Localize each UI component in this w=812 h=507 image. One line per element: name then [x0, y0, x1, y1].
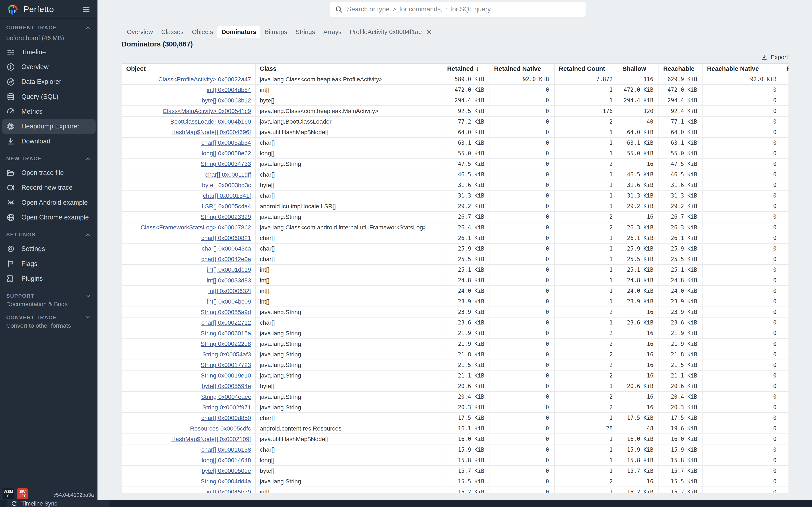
section-header-settings[interactable]: SETTINGS — [0, 231, 98, 238]
omnibox[interactable] — [330, 2, 586, 17]
object-link[interactable]: long[] 0x00014648 — [202, 457, 251, 464]
section-label: SETTINGS — [6, 232, 36, 238]
object-link[interactable]: Class<ProfileActivity> 0x00022a47 — [158, 76, 251, 83]
object-link[interactable]: String 0x000222d8 — [201, 340, 251, 347]
status-badge-wsm-0: WSM0 — [3, 489, 14, 499]
cell-object: int[] 0x0001dc19 — [122, 265, 256, 275]
export-button[interactable]: Export — [761, 54, 788, 61]
column-header-reachable[interactable]: Reachable — [659, 64, 703, 74]
object-link[interactable]: Class<MainActivity> 0x000541c9 — [163, 108, 251, 114]
sidebar-item-timeline[interactable]: Timeline — [0, 45, 98, 60]
object-link[interactable]: byte[] 0x0003bd3c — [202, 182, 251, 189]
cell-reachable-native: 0 — [703, 413, 782, 423]
sidebar-item-open-android-example[interactable]: Open Android example — [0, 195, 98, 210]
object-link[interactable]: byte[] 0x00063b12 — [202, 97, 251, 104]
cell-object: String 0x00017723 — [122, 360, 256, 370]
object-link[interactable]: int[] 0x0004db84 — [207, 87, 251, 93]
object-link[interactable]: HashMap$Node[] 0x0002109f — [171, 436, 251, 443]
sidebar-item-record-new-trace[interactable]: Record new trace — [0, 180, 98, 195]
object-link[interactable]: String 0x00055a9d — [201, 308, 251, 316]
object-link[interactable]: int[] 0x0000632f — [208, 287, 251, 294]
object-link[interactable]: String 0x00034733 — [201, 160, 251, 167]
column-header-class[interactable]: Class — [256, 64, 443, 74]
cell-shallow: 15.9 KiB — [618, 445, 659, 455]
object-link[interactable]: String 0x00054af3 — [202, 351, 251, 358]
object-link[interactable]: String 0x0002f971 — [202, 404, 251, 411]
column-header-re[interactable]: Re — [782, 64, 789, 74]
object-link[interactable]: String 0x00017723 — [201, 361, 251, 369]
sidebar-item-flags[interactable]: Flags — [0, 257, 98, 271]
tab-strings[interactable]: Strings — [291, 26, 319, 38]
cell-class: char[] — [256, 233, 443, 243]
object-link[interactable]: char[] 0x00060821 — [201, 234, 251, 241]
tab-arrays[interactable]: Arrays — [319, 26, 346, 38]
sidebar-link-documentation-bugs[interactable]: Documentation & Bugs — [0, 299, 98, 307]
cell-shallow: 46.5 KiB — [618, 169, 659, 180]
sidebar-item-overview[interactable]: Overview — [0, 60, 98, 74]
tab-objects[interactable]: Objects — [188, 26, 217, 38]
tab-classes[interactable]: Classes — [157, 26, 188, 38]
sidebar-item-open-chrome-example[interactable]: Open Chrome example — [0, 210, 98, 225]
cell-reachable: 23.9 KiB — [659, 296, 703, 306]
object-link[interactable]: String 0x00019e10 — [201, 372, 251, 379]
object-link[interactable]: int[] 0x0004bc09 — [207, 298, 251, 305]
column-header-retained-count[interactable]: Retained Count — [555, 64, 618, 74]
object-link[interactable]: long[] 0x00058e62 — [202, 150, 251, 157]
object-link[interactable]: byte[] 0x000050de — [202, 467, 251, 474]
object-link[interactable]: String 0x0004dd4a — [201, 478, 251, 485]
sidebar-item-metrics[interactable]: Metrics — [0, 104, 98, 119]
object-link[interactable]: String 0x0006015a — [201, 330, 251, 337]
cell-retained: 23.9 KiB — [443, 296, 490, 306]
object-link[interactable]: char[] 0x00042e0a — [201, 256, 251, 263]
tab-profileactivity-0x0004f1ae[interactable]: ProfileActivity 0x0004f1ae — [346, 26, 436, 38]
object-link[interactable]: HashMap$Node[] 0x0004696f — [171, 129, 251, 135]
column-header-object[interactable]: Object — [122, 64, 256, 74]
sidebar-item-plugins[interactable]: Plugins — [0, 271, 98, 286]
object-link[interactable]: char[] 0x00016138 — [201, 446, 251, 453]
sidebar-item-data-explorer[interactable]: Data Explorer — [0, 74, 98, 89]
column-header-retained-native[interactable]: Retained Native — [490, 64, 555, 74]
cell-reachable: 64.0 KiB — [659, 127, 703, 137]
cell-class: byte[] — [256, 95, 443, 105]
section-header-new-trace[interactable]: NEW TRACE — [0, 155, 98, 162]
timeline-sync-button[interactable]: Timeline Sync — [7, 500, 110, 507]
object-link[interactable]: int[] 0x0001dc19 — [207, 266, 251, 273]
object-link[interactable]: LSR[] 0x0005c4a4 — [202, 203, 251, 210]
object-link[interactable]: char[] 0x00011dff — [205, 171, 251, 178]
menu-icon[interactable] — [81, 4, 91, 14]
object-link[interactable]: String 0x0004eaec — [201, 393, 251, 400]
cell-reachable: 15.8 KiB — [659, 455, 703, 465]
section-header-current-trace[interactable]: CURRENT TRACE — [0, 24, 98, 32]
object-link[interactable]: Class<FrameworkStatsLog> 0x00067862 — [141, 224, 251, 231]
tab-bitmaps[interactable]: Bitmaps — [260, 26, 291, 38]
sidebar-item-query-sql[interactable]: Query (SQL) — [0, 89, 98, 104]
cell-reachable-native: 0 — [703, 360, 782, 370]
column-header-shallow[interactable]: Shallow — [618, 64, 659, 74]
sidebar-item-heapdump-explorer[interactable]: Heapdump Explorer — [2, 119, 96, 134]
object-link[interactable]: char[] 0x0005ab34 — [201, 139, 251, 146]
sidebar-link-convert-to-other-formats[interactable]: Convert to other formats — [0, 321, 98, 329]
sidebar-item-open-trace-file[interactable]: Open trace file — [0, 165, 98, 180]
sidebar-item-settings[interactable]: Settings — [0, 241, 98, 256]
column-header-retained[interactable]: Retained↓ — [443, 64, 490, 74]
table-row: BootClassLoader 0x0004b160 java.lang.Boo… — [122, 117, 789, 127]
cell-retained-native: 0 — [490, 190, 555, 201]
section-header-convert-trace[interactable]: CONVERT TRACE — [0, 314, 98, 321]
search-input[interactable] — [347, 5, 580, 13]
tab-dominators[interactable]: Dominators — [217, 26, 260, 38]
object-link[interactable]: char[] 0x000643ca — [202, 245, 251, 252]
object-link[interactable]: char[] 0x00022712 — [201, 319, 251, 326]
tab-overview[interactable]: Overview — [123, 26, 157, 38]
object-link[interactable]: char[] 0x0001541f — [203, 192, 251, 199]
object-link[interactable]: int[] 0x00033d83 — [207, 277, 251, 284]
object-link[interactable]: BootClassLoader 0x0004b160 — [170, 118, 251, 125]
sidebar-item-download[interactable]: Download — [0, 134, 98, 149]
object-link[interactable]: int[] 0x00045b79 — [207, 489, 251, 493]
object-link[interactable]: byte[] 0x0005594e — [202, 383, 251, 390]
object-link[interactable]: Resources 0x0005cdfc — [190, 425, 251, 432]
object-link[interactable]: String 0x00023329 — [201, 213, 251, 220]
close-icon[interactable] — [426, 29, 432, 35]
section-header-support[interactable]: SUPPORT — [0, 292, 98, 300]
column-header-reachable-native[interactable]: Reachable Native — [703, 64, 782, 74]
object-link[interactable]: char[] 0x0000d850 — [201, 414, 251, 421]
